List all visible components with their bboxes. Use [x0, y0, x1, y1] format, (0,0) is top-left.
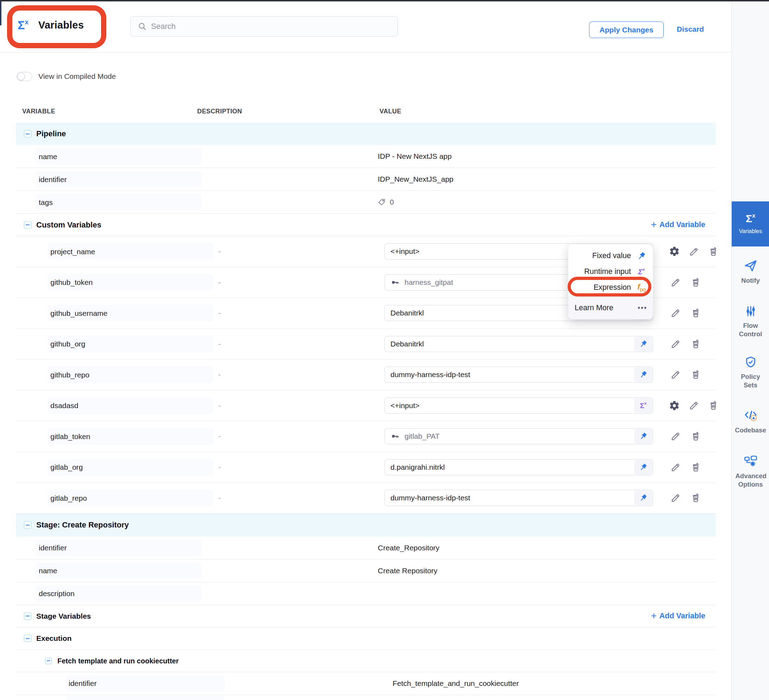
flowchart-gear-icon [743, 454, 758, 468]
compiled-mode-toggle[interactable] [16, 72, 32, 81]
pin-icon [637, 368, 650, 381]
key-icon [391, 277, 401, 287]
edit-icon[interactable] [671, 308, 681, 318]
delete-icon[interactable] [690, 339, 701, 349]
table-row: tags 0 [16, 191, 716, 214]
pin-addon[interactable] [634, 460, 652, 475]
compiled-mode-label: View in Compiled Mode [39, 72, 116, 80]
variable-row-gitlab-repo: gitlab_repo - dummy-harness-idp-test [16, 483, 716, 514]
section-title: Execution [36, 634, 71, 643]
pin-icon [637, 492, 650, 505]
pipeline-section-header[interactable]: Pipeline [16, 122, 716, 145]
edit-icon[interactable] [671, 369, 681, 380]
page-title: Variables [39, 19, 84, 31]
collapse-icon[interactable] [24, 221, 31, 229]
secret-value-field[interactable]: gitlab_PAT [384, 428, 653, 444]
value-field[interactable]: dummy-harness-idp-test [384, 490, 653, 506]
discard-button[interactable]: Discard [677, 25, 704, 34]
runtime-input-icon: Σx [635, 268, 648, 276]
table-row: name IDP - New NextJS app [16, 145, 716, 168]
value-field[interactable]: dummy-harness-idp-test [384, 367, 653, 383]
variables-sigma-icon: Σx [18, 19, 29, 31]
apply-changes-button[interactable]: Apply Changes [589, 21, 664, 38]
value-field[interactable]: Debanitrkl [384, 336, 653, 352]
menu-item-expression[interactable]: Expression f(x) [568, 280, 653, 295]
tags-count: 0 [390, 198, 394, 206]
more-options-icon[interactable]: ••• [638, 304, 647, 312]
custom-variables-header[interactable]: Custom Variables + Add Variable [16, 214, 716, 236]
plus-icon: + [651, 611, 656, 621]
collapse-icon[interactable] [45, 657, 52, 664]
menu-item-runtime-input[interactable]: Runtime input Σx [568, 264, 653, 280]
row-label: identifier [39, 175, 66, 183]
variable-row-github-org: github_org - Debanitrkl [16, 329, 716, 360]
menu-footer: Learn More ••• [568, 296, 653, 319]
add-variable-button[interactable]: + Add Variable [651, 220, 705, 230]
delete-icon[interactable] [690, 308, 701, 318]
delete-icon[interactable] [690, 277, 701, 288]
variable-row-github-repo: github_repo - dummy-harness-idp-test [16, 359, 716, 391]
pin-addon[interactable] [634, 336, 652, 351]
table-row: identifier Fetch_template_and_run_cookie… [16, 672, 716, 695]
table-row: description [16, 583, 716, 605]
step-title: Fetch template and run cookiecutter [57, 657, 179, 665]
variable-row-dsadasd: dsadasd - <+input> Σx [16, 391, 716, 422]
sidebar-item-notify[interactable]: Notify [732, 259, 769, 285]
pin-addon[interactable] [634, 491, 652, 505]
row-value: IDP - New NextJS app [378, 152, 452, 161]
sliders-icon [744, 304, 758, 318]
edit-icon[interactable] [671, 339, 681, 349]
gear-icon[interactable] [669, 400, 680, 411]
sidebar-item-codebase[interactable]: Codebase [732, 408, 769, 434]
sidebar-item-variables[interactable]: Σx Variables [732, 201, 769, 246]
edit-icon[interactable] [671, 492, 681, 503]
plus-icon: + [651, 220, 656, 230]
delete-icon[interactable] [708, 246, 719, 257]
section-title: Stage Variables [36, 612, 91, 620]
menu-item-fixed-value[interactable]: Fixed value [568, 248, 653, 264]
col-variable: VARIABLE [22, 108, 55, 115]
delete-icon[interactable] [690, 492, 701, 503]
key-icon [391, 431, 401, 441]
expression-icon: f(x) [635, 282, 648, 292]
collapse-icon[interactable] [24, 130, 31, 138]
delete-icon[interactable] [708, 400, 719, 411]
stage-variables-header[interactable]: Stage Variables + Add Variable [16, 605, 716, 628]
collapse-icon[interactable] [24, 635, 31, 642]
value-field[interactable]: <+input> Σx [384, 397, 653, 414]
sidebar-item-policy-sets[interactable]: Policy Sets [732, 356, 769, 389]
runtime-input-addon[interactable]: Σx [634, 398, 652, 413]
edit-icon[interactable] [689, 400, 699, 411]
learn-more-link[interactable]: Learn More [574, 304, 613, 312]
delete-icon[interactable] [690, 431, 701, 441]
panel-header: Σx Variables Apply Changes Discard [0, 0, 731, 53]
search-field[interactable] [151, 22, 376, 31]
section-title: Pipeline [36, 129, 66, 138]
value-type-menu: Fixed value Runtime input Σx Expression … [568, 244, 653, 319]
collapse-icon[interactable] [24, 521, 31, 529]
pin-addon[interactable] [634, 429, 652, 444]
variable-row-gitlab-token: gitlab_token - gitlab_PAT [16, 421, 716, 452]
stage-section-header[interactable]: Stage: Create Repository [16, 514, 716, 537]
edit-icon[interactable] [671, 462, 681, 473]
pin-addon[interactable] [634, 367, 652, 382]
execution-header[interactable]: Execution [16, 628, 716, 650]
step-header[interactable]: Fetch template and run cookiecutter [16, 650, 716, 672]
sidebar-item-advanced-options[interactable]: Advanced Options [732, 454, 769, 488]
delete-icon[interactable] [690, 462, 701, 473]
value-field[interactable]: d.panigrahi.nitrkl [384, 459, 653, 475]
right-sidebar: Σx Variables Notify Flow Control Policy … [731, 0, 769, 700]
pin-icon [637, 337, 650, 350]
edit-icon[interactable] [671, 277, 681, 288]
add-variable-button[interactable]: + Add Variable [651, 611, 705, 621]
edit-icon[interactable] [689, 246, 699, 257]
section-title: Stage: Create Repository [36, 520, 129, 529]
code-warning-icon [743, 408, 758, 423]
collapse-icon[interactable] [24, 612, 31, 620]
delete-icon[interactable] [690, 369, 701, 380]
edit-icon[interactable] [671, 431, 681, 441]
variable-row-gitlab-org: gitlab_org - d.panigrahi.nitrkl [16, 452, 716, 483]
sidebar-item-flow-control[interactable]: Flow Control [732, 304, 769, 338]
search-input[interactable] [130, 16, 398, 37]
gear-icon[interactable] [669, 246, 680, 257]
